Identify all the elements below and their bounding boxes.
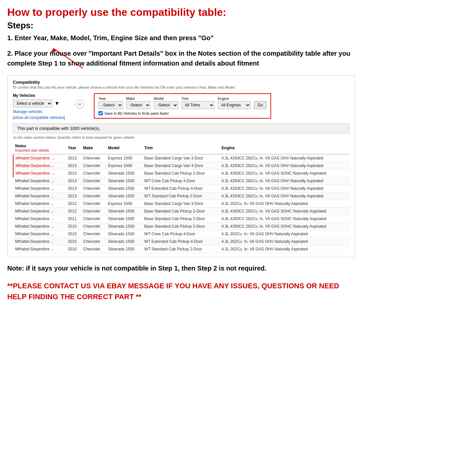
trim-group: Trim All Trims	[182, 97, 214, 109]
cell-notes: Mfrlabel:Serpentine ....	[13, 170, 66, 177]
th-notes: Notes Important part details	[13, 142, 66, 154]
cell-model: Silverado 1500	[106, 245, 142, 253]
model-select[interactable]: -Select-	[154, 101, 178, 109]
contact-text: **PLEASE CONTACT US VIA EBAY MESSAGE IF …	[7, 280, 355, 302]
step1-text: 1. Enter Year, Make, Model, Trim, Engine…	[7, 33, 355, 43]
model-label: Model	[154, 97, 178, 100]
table-row: Mfrlabel:Serpentine ....2013ChevroletExp…	[13, 154, 350, 162]
cell-notes: Mfrlabel:Serpentine ...	[13, 223, 66, 230]
save-checkbox-label: Save to My Vehicles to finds parts faste…	[104, 111, 169, 115]
cell-trim: Base Standard Cab Pickup 2-Door	[142, 208, 220, 215]
cell-trim: WT Crew Cab Pickup 4-Door	[142, 230, 220, 238]
save-checkbox-row: Save to My Vehicles to finds parts faste…	[98, 111, 266, 115]
cell-trim: WT Extended Cab Pickup 4-Door	[142, 185, 220, 192]
make-label: Make	[126, 97, 151, 100]
th-model: Model	[106, 142, 142, 154]
cell-notes: Mfrlabel:Serpentine ...	[13, 238, 66, 245]
cell-make: Chevrolet	[81, 162, 106, 170]
dropdown-arrow-icon: ▼	[54, 100, 60, 106]
notes-bar: In the notes section below, Quantity ref…	[13, 135, 350, 139]
go-button[interactable]: Go	[254, 101, 266, 109]
or-circle: or	[75, 100, 84, 108]
cell-model: Silverado 1500	[106, 192, 142, 200]
cell-make: Chevrolet	[81, 192, 106, 200]
cell-notes: Mfrlabel:Serpentine ...	[13, 230, 66, 238]
main-title: How to properly use the compatibility ta…	[7, 6, 355, 18]
engine-group: Engine All Engines	[218, 97, 251, 109]
table-row: Mfrlabel:Serpentine....2013ChevroletExpr…	[13, 162, 350, 170]
cell-engine: 4.3L 262Cu. In. V6 GAS OHV Naturally Asp…	[220, 245, 350, 253]
engine-label: Engine	[218, 97, 251, 100]
show-all-link[interactable]: [show all compatible vehicles]	[13, 115, 66, 120]
cell-year: 2010	[66, 238, 81, 245]
cell-model: Silverado 1500	[106, 208, 142, 215]
cell-notes: Mfrlabel:Serpentine....	[13, 162, 66, 170]
cell-engine: 4.3L 4293CC 262Cu. In. V6 GAS OHV Natura…	[220, 154, 350, 162]
cell-engine: 4.3L 4293CC 262Cu. In. V6 GAS OHV Natura…	[220, 192, 350, 200]
cell-model: Silverado 1500	[106, 185, 142, 192]
cell-make: Chevrolet	[81, 154, 106, 162]
notes-header-label: Notes	[15, 144, 64, 148]
year-label: Year	[98, 97, 123, 100]
cell-trim: WT Crew Cab Pickup 4-Door	[142, 177, 220, 185]
my-vehicles-section: My Vehicles Select a vehicle ▼ Manage ve…	[13, 93, 66, 120]
engine-select[interactable]: All Engines	[218, 101, 251, 109]
cell-make: Chevrolet	[81, 245, 106, 253]
cell-trim: Base Standard Cab Pickup 2-Door	[142, 170, 220, 177]
my-vehicles-label: My Vehicles	[13, 93, 66, 98]
cell-engine: 4.3L 262Cu. In. V6 GAS OHV Naturally Asp…	[220, 200, 350, 208]
cell-year: 2013	[66, 185, 81, 192]
cell-engine: 4.3L 4293CC 262Cu. In. V6 GAS OHV Natura…	[220, 185, 350, 192]
cell-model: Silverado 1500	[106, 177, 142, 185]
cell-notes: Mfrlabel:Serpentine ...	[13, 192, 66, 200]
cell-year: 2013	[66, 154, 81, 162]
cell-engine: 4.3L 4300CC 262Cu. In. V6 GAS SOHC Natur…	[220, 170, 350, 177]
table-row: Mfrlabel:Serpentine ...2010ChevroletSilv…	[13, 230, 350, 238]
cell-year: 2010	[66, 245, 81, 253]
manage-vehicles-link[interactable]: Manage vehicles	[13, 109, 66, 114]
cell-make: Chevrolet	[81, 185, 106, 192]
cell-model: Silverado 1500	[106, 238, 142, 245]
steps-heading: Steps:	[7, 20, 355, 31]
compat-subtitle: To confirm that this part fits your vehi…	[13, 85, 350, 89]
cell-year: 2013	[66, 192, 81, 200]
table-row: Mfrlabel:Serpentine ...2011ChevroletSilv…	[13, 215, 350, 223]
cell-make: Chevrolet	[81, 223, 106, 230]
cell-make: Chevrolet	[81, 200, 106, 208]
cell-notes: Mfrlabel:Serpentine ...	[13, 208, 66, 215]
cell-make: Chevrolet	[81, 215, 106, 223]
vehicle-select[interactable]: Select a vehicle	[13, 100, 52, 107]
cell-engine: 4.3L 4300CC 262Cu. In. V6 GAS SOHC Natur…	[220, 223, 350, 230]
save-checkbox[interactable]	[98, 111, 103, 115]
cell-trim: WT Extended Cab Pickup 4-Door	[142, 238, 220, 245]
cell-notes: Mfrlabel:Serpentine ...	[13, 215, 66, 223]
th-engine: Engine	[220, 142, 350, 154]
cell-year: 2013	[66, 177, 81, 185]
cell-make: Chevrolet	[81, 170, 106, 177]
cell-model: Express 1500	[106, 162, 142, 170]
cell-trim: Base Standard Cab Pickup 2-Door	[142, 223, 220, 230]
compat-title: Compatibility	[13, 80, 350, 85]
cell-notes: Mfrlabel:Serpentine ...	[13, 245, 66, 253]
step2-text: 2. Place your mouse over "Important Part…	[7, 48, 355, 68]
make-select[interactable]: -Select-	[126, 101, 151, 109]
cell-engine: 4.3L 4300CC 262Cu. In. V6 GAS SOHC Natur…	[220, 215, 350, 223]
ymm-row: Year -Select- Make -Select- Model -Selec…	[98, 97, 266, 109]
table-row: Mfrlabel:Serpentine ...2010ChevroletSilv…	[13, 223, 350, 230]
cell-trim: Base Standard Cab Pickup 2-Door	[142, 215, 220, 223]
compatible-bar: This part is compatible with 1000 vehicl…	[13, 123, 350, 133]
year-select[interactable]: -Select-	[98, 101, 123, 109]
cell-trim: WT Standard Cab Pickup 2-Door	[142, 192, 220, 200]
compatibility-table: Notes Important part details Year Make M…	[13, 142, 350, 253]
table-row: Mfrlabel:Serpentine ...2010ChevroletSilv…	[13, 238, 350, 245]
cell-model: Silverado 1500	[106, 215, 142, 223]
trim-select[interactable]: All Trims	[182, 101, 214, 109]
table-row: Mfrlabel:Serpentine ....2013ChevroletSil…	[13, 170, 350, 177]
cell-model: Express 1500	[106, 200, 142, 208]
table-row: Mfrlabel:Serpentine ...2013ChevroletSilv…	[13, 177, 350, 185]
cell-make: Chevrolet	[81, 230, 106, 238]
cell-make: Chevrolet	[81, 177, 106, 185]
table-row: Mfrlabel:Serpentine ...2010ChevroletSilv…	[13, 245, 350, 253]
note-text: Note: if it says your vehicle is not com…	[7, 263, 355, 273]
cell-year: 2012	[66, 208, 81, 215]
